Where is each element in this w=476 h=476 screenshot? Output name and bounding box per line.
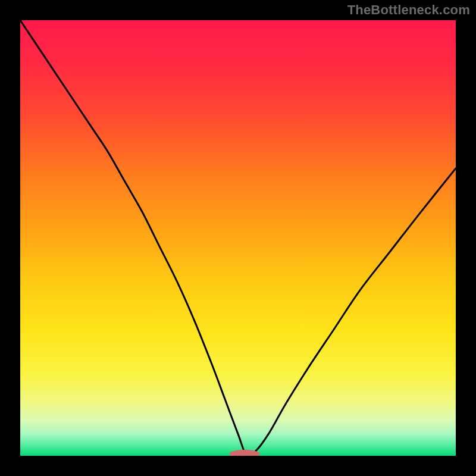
svg-rect-2	[0, 0, 20, 476]
watermark-text: TheBottleneck.com	[347, 2, 470, 18]
bottleneck-chart	[0, 0, 476, 476]
svg-rect-3	[456, 0, 476, 476]
chart-frame: TheBottleneck.com	[0, 0, 476, 476]
svg-rect-1	[0, 456, 476, 476]
gradient-background	[20, 20, 456, 456]
